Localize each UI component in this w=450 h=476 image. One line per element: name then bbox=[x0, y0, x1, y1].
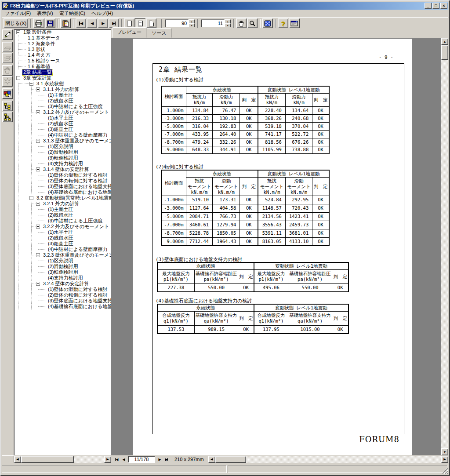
tree-item[interactable]: (4)支持力検討用 bbox=[14, 275, 111, 281]
tree-item-label[interactable]: (4)中詰材による壁面摩擦力 bbox=[47, 247, 108, 252]
first-page-button[interactable]: ◀ bbox=[76, 18, 86, 28]
tree-item-label[interactable]: 3.1.3 壁体重量及びそのモーメント bbox=[42, 138, 111, 144]
preview-scroll-thumb[interactable] bbox=[215, 456, 246, 463]
tree-item[interactable]: (2)残留水圧 bbox=[14, 98, 111, 104]
tree-item-label[interactable]: 3章 安定計算 bbox=[22, 75, 52, 81]
tree-item-label[interactable]: (2)滑動検討用 bbox=[47, 264, 79, 269]
page-view-blank-button[interactable] bbox=[124, 18, 134, 28]
tree-item[interactable]: (4)中詰材による壁面摩擦力 bbox=[14, 247, 111, 252]
tree-item[interactable]: 1章 設計条件 bbox=[14, 29, 111, 35]
print-button[interactable] bbox=[33, 18, 44, 28]
tree-scroll-thumb[interactable] bbox=[21, 456, 74, 463]
tree-item[interactable]: (2)壁体の転倒に対する検討 bbox=[14, 178, 111, 184]
tree-item[interactable]: (4)基礎捨石底面における地盤支 bbox=[14, 304, 111, 309]
tree-scroll-right-button[interactable]: ▶ bbox=[104, 456, 111, 463]
tree-item-label[interactable]: 3.2.2 外力及びそのモーメント bbox=[42, 224, 110, 229]
zoom-tool-button[interactable] bbox=[247, 18, 258, 28]
tree-scroll-left-button[interactable]: ◀ bbox=[14, 456, 21, 463]
page-nav-field[interactable]: 11/178 bbox=[128, 456, 155, 463]
page-up-button[interactable]: ▲ bbox=[225, 19, 231, 23]
tree-item-label[interactable]: (1)水平土圧 bbox=[47, 229, 74, 235]
tree-collapse-box[interactable] bbox=[36, 225, 40, 229]
tree-item[interactable]: (3)鉛直土圧 bbox=[14, 127, 111, 132]
tree-item[interactable]: (1)水平土圧 bbox=[14, 115, 111, 121]
minimize-button[interactable]: _ bbox=[425, 3, 432, 9]
tree-list-button[interactable] bbox=[2, 112, 13, 122]
tree-item-label[interactable]: (2)残留水圧 bbox=[47, 121, 74, 127]
tree-item-label[interactable]: 1.2 海象条件 bbox=[27, 41, 56, 47]
tree-item-label[interactable]: (1)主働土圧 bbox=[47, 92, 74, 98]
nav-last-button[interactable]: ▶ bbox=[163, 456, 170, 462]
tree-item[interactable]: (2)残留水圧 bbox=[14, 212, 111, 218]
tree-item-label[interactable]: 1.6 基準値 bbox=[27, 64, 51, 69]
tree-collapse-box[interactable] bbox=[16, 30, 20, 34]
tree-item-label[interactable]: (3)転倒検討用 bbox=[47, 155, 79, 161]
tree-item-label[interactable]: (4)基礎捨石底面における地盤支 bbox=[47, 304, 111, 309]
tree-item[interactable]: (2)滑動検討用 bbox=[14, 149, 111, 155]
page-view-folded-button[interactable] bbox=[146, 18, 156, 28]
move-down-page-button[interactable] bbox=[2, 53, 13, 63]
preview-scroll-left-button[interactable]: ◀ bbox=[208, 456, 215, 463]
tree-item[interactable]: (1)区分説明 bbox=[14, 258, 111, 264]
prev-page-button[interactable]: ◀ bbox=[87, 18, 97, 28]
tree-item[interactable]: (1)壁体の滑動に対する検討 bbox=[14, 287, 111, 292]
tree-item[interactable]: (1)主働土圧 bbox=[14, 92, 111, 98]
tree-item-label[interactable]: (4)支持力検討用 bbox=[47, 161, 83, 167]
tree-structure-button[interactable] bbox=[2, 101, 13, 111]
tree-collapse-box[interactable] bbox=[36, 282, 40, 286]
tree-item[interactable]: 3.1.1 外力の計算 bbox=[14, 87, 111, 92]
scroll-up-button[interactable]: ▲ bbox=[441, 38, 448, 45]
tab-preview[interactable]: プレビュー bbox=[112, 27, 146, 38]
format-colors-button[interactable] bbox=[2, 88, 13, 99]
tree-collapse-box[interactable] bbox=[36, 139, 40, 143]
last-page-button[interactable]: ▶ bbox=[109, 18, 119, 28]
tree-item[interactable]: (2)壁体の転倒に対する検討 bbox=[14, 292, 111, 298]
help-button[interactable]: ? bbox=[278, 18, 288, 28]
tree-item[interactable]: 3.2.2 外力及びそのモーメント bbox=[14, 224, 111, 229]
tree-item-label[interactable]: 1章 設計条件 bbox=[22, 29, 52, 35]
tree-collapse-box[interactable] bbox=[36, 110, 40, 114]
tree-item[interactable]: 3.2 変動状態(異常時:レベル1地震動 bbox=[14, 195, 111, 201]
tree-item-label[interactable]: 3.1.4 壁体の安定計算 bbox=[42, 167, 90, 172]
tree-item[interactable]: 2章 結果一覧 bbox=[14, 69, 111, 75]
tree-item-label[interactable]: (3)中詰材による土圧強度 bbox=[47, 218, 103, 224]
tree-item-label[interactable]: 3.1.2 外力及びそのモーメント bbox=[42, 109, 110, 115]
tree-item-label[interactable]: (3)転倒検討用 bbox=[47, 269, 79, 275]
tree-item-label[interactable]: (1)区分説明 bbox=[47, 258, 74, 264]
tree-collapse-box[interactable] bbox=[29, 82, 33, 86]
scatter-tool-button[interactable] bbox=[2, 76, 13, 87]
resize-grip[interactable] bbox=[443, 468, 448, 474]
nav-first-button[interactable]: ◀ bbox=[113, 456, 120, 462]
tree-item[interactable]: (4)基礎捨石底面における地盤支 bbox=[14, 189, 111, 195]
tree-item[interactable]: (2)滑動検討用 bbox=[14, 264, 111, 269]
tree-item-label[interactable]: (3)鉛直土圧 bbox=[47, 127, 74, 132]
tree-item-label[interactable]: (1)主働土圧 bbox=[47, 207, 74, 212]
tree-item-label[interactable]: (2)残留水圧 bbox=[47, 212, 74, 218]
save-button[interactable] bbox=[45, 18, 55, 28]
paste-format-button[interactable] bbox=[60, 18, 71, 28]
maximize-button[interactable]: □ bbox=[432, 3, 439, 9]
tree-item-label[interactable]: (3)鉛直土圧 bbox=[47, 241, 74, 247]
nav-prev-button[interactable]: ◀ bbox=[120, 456, 127, 462]
tree-item-label[interactable]: 3.2.3 壁体重量及びそのモーメント bbox=[42, 252, 111, 258]
tree-item-label[interactable]: (2)滑動検討用 bbox=[47, 149, 79, 155]
tree-item-label[interactable]: (1)水平土圧 bbox=[47, 115, 74, 121]
tree-item-label[interactable]: 3.2 変動状態(異常時:レベル1地震動 bbox=[36, 195, 111, 201]
scroll-down-button[interactable]: ▼ bbox=[441, 448, 448, 455]
tree-item[interactable]: (3)転倒検討用 bbox=[14, 155, 111, 161]
tree-item[interactable]: 3.1.2 外力及びそのモーメント bbox=[14, 109, 111, 115]
tree-item[interactable]: 1.6 基準値 bbox=[14, 64, 111, 69]
tree-item-label[interactable]: 1.4 考え方 bbox=[27, 52, 51, 58]
tree-item-label[interactable]: (4)基礎捨石底面における地盤支 bbox=[47, 189, 111, 195]
vertical-scroll-thumb[interactable] bbox=[441, 45, 448, 60]
tree-item-label[interactable]: 1.1 基本データ bbox=[27, 35, 61, 41]
page-number-input[interactable]: 11 bbox=[201, 19, 225, 27]
preview-scroll-right-button[interactable]: ▶ bbox=[441, 456, 448, 463]
tree-item-label[interactable]: (1)区分説明 bbox=[47, 144, 74, 149]
tree-item[interactable]: (1)壁体の滑動に対する検討 bbox=[14, 172, 111, 178]
tree-item[interactable]: 3章 安定計算 bbox=[14, 75, 111, 81]
zoom-input[interactable]: 90 bbox=[165, 19, 189, 27]
tree-item-label[interactable]: 3.2.1 外力の計算 bbox=[42, 201, 80, 207]
tree-item-label[interactable]: 1.3 形状 bbox=[27, 47, 46, 52]
grab-page-button[interactable] bbox=[2, 65, 13, 76]
